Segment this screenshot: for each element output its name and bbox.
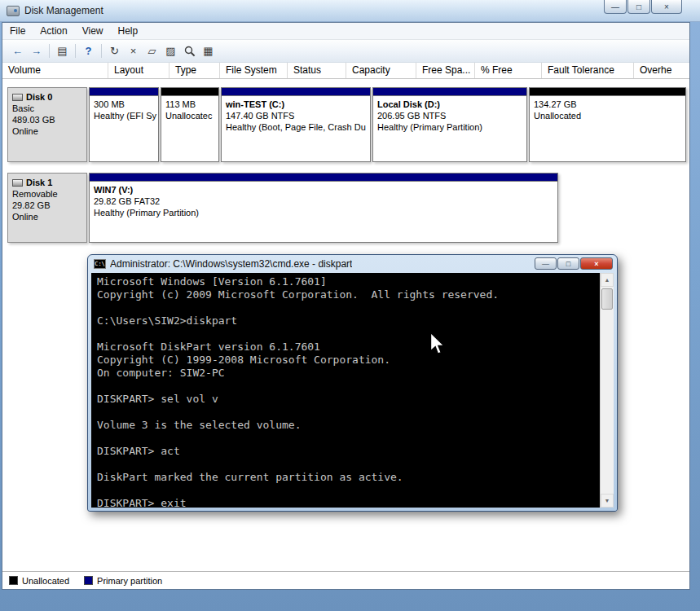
console-line: Volume 3 is the selected volume. <box>97 419 598 432</box>
console-tree-icon[interactable]: ▤ <box>53 43 72 59</box>
cmd-minimize-button[interactable]: — <box>535 257 557 270</box>
menu-action[interactable]: Action <box>33 23 74 39</box>
disk0-name-row: Disk 0 <box>12 91 82 103</box>
console-line <box>97 406 598 419</box>
console-line <box>97 380 598 393</box>
toolbar-separator <box>75 44 76 58</box>
partition-size: 134.27 GB <box>534 99 681 110</box>
disk0-type: Basic <box>12 103 82 114</box>
window-controls: — □ × <box>603 0 682 14</box>
console-area[interactable]: Microsoft Windows [Version 6.1.7601] Cop… <box>91 273 614 508</box>
disk0-status: Online <box>12 125 82 137</box>
legend-unallocated: Unallocated <box>9 576 69 586</box>
console-line <box>97 458 598 471</box>
legend-primary-label: Primary partition <box>97 576 162 586</box>
scroll-up-icon[interactable]: ▲ <box>601 273 614 287</box>
console-output: Microsoft Windows [Version 6.1.7601] Cop… <box>91 273 600 508</box>
disk1-name: Disk 1 <box>26 177 52 188</box>
console-line: On computer: SIW2-PC <box>97 367 598 380</box>
menu-help[interactable]: Help <box>111 23 146 39</box>
partition-color-strip <box>373 88 526 96</box>
column-layout[interactable]: Layout <box>108 63 169 78</box>
column-free-space[interactable]: Free Spa... <box>416 63 475 78</box>
partition-status: Healthy (EFI Sy <box>94 110 154 121</box>
menu-file[interactable]: File <box>2 23 33 39</box>
disk0-info[interactable]: Disk 0 Basic 489.03 GB Online <box>7 87 87 162</box>
zoom-icon[interactable] <box>180 43 199 59</box>
column-volume[interactable]: Volume <box>2 63 108 78</box>
partition-size: 206.95 GB NTFS <box>377 110 522 121</box>
graphical-view: Disk 0 Basic 489.03 GB Online 300 MB Hea… <box>2 79 689 571</box>
disk0-capacity: 489.03 GB <box>12 114 82 125</box>
console-line: Microsoft DiskPart version 6.1.7601 <box>97 341 598 354</box>
unallocated-swatch <box>9 576 18 585</box>
close-button[interactable]: × <box>651 0 682 14</box>
grid-icon[interactable]: ▦ <box>199 43 218 59</box>
legend-primary-partition: Primary partition <box>84 576 162 586</box>
column-capacity[interactable]: Capacity <box>346 63 416 78</box>
column-percent-free[interactable]: % Free <box>475 63 542 78</box>
cmd-maximize-button[interactable]: □ <box>557 257 579 270</box>
partition-size: 113 MB <box>165 99 214 110</box>
scroll-down-icon[interactable]: ▼ <box>601 494 614 508</box>
column-overhead[interactable]: Overhe <box>634 63 689 78</box>
console-line: DISKPART> exit_ <box>97 497 598 508</box>
partition-label: Local Disk (D:) <box>377 99 522 110</box>
disk1-capacity: 29.82 GB <box>12 200 82 211</box>
partition-win-test-c[interactable]: win-TEST (C:) 147.40 GB NTFS Healthy (Bo… <box>221 87 371 162</box>
partition-unallocated-134gb[interactable]: 134.27 GB Unallocated <box>529 87 686 162</box>
toolbar-separator <box>101 44 102 58</box>
console-scrollbar[interactable]: ▲ ▼ <box>600 273 614 508</box>
properties-icon[interactable]: ▨ <box>161 43 180 59</box>
partition-color-strip <box>530 88 685 96</box>
disk1-name-row: Disk 1 <box>12 177 82 188</box>
disk-management-window: File Action View Help ← → ▤ ? ↻ × ▱ ▨ ▦ … <box>2 22 690 590</box>
partition-status: Healthy (Primary Partition) <box>377 121 522 133</box>
disk0-name: Disk 0 <box>26 91 52 103</box>
partition-status: Unallocatec <box>165 110 214 121</box>
partition-size: 147.40 GB NTFS <box>226 110 366 121</box>
cmd-window: C:\ Administrator: C:\Windows\system32\c… <box>87 254 618 512</box>
partition-efi[interactable]: 300 MB Healthy (EFI Sy <box>89 87 159 162</box>
legend-unallocated-label: Unallocated <box>22 576 69 586</box>
cmd-window-controls: — □ × <box>535 257 613 270</box>
maximize-button[interactable]: □ <box>627 0 650 14</box>
minimize-button[interactable]: — <box>604 0 627 14</box>
column-fault-tolerance[interactable]: Fault Tolerance <box>542 63 634 78</box>
menu-view[interactable]: View <box>75 23 111 39</box>
cmd-close-button[interactable]: × <box>580 257 613 270</box>
column-status[interactable]: Status <box>288 63 346 78</box>
column-type[interactable]: Type <box>169 63 220 78</box>
back-icon[interactable]: ← <box>8 43 27 59</box>
help-icon[interactable]: ? <box>79 43 98 59</box>
disk1-info[interactable]: Disk 1 Removable 29.82 GB Online <box>7 173 87 243</box>
console-line <box>97 484 598 497</box>
console-line: DiskPart marked the current partition as… <box>97 471 598 484</box>
partition-win7-v[interactable]: WIN7 (V:) 29.82 GB FAT32 Healthy (Primar… <box>89 173 558 243</box>
console-line: C:\Users\SIW2>diskpart <box>97 314 598 327</box>
disk1-partitions: WIN7 (V:) 29.82 GB FAT32 Healthy (Primar… <box>89 173 558 243</box>
cmd-window-title: Administrator: C:\Windows\system32\cmd.e… <box>110 258 352 270</box>
partition-color-strip <box>90 88 158 96</box>
console-line <box>97 327 598 341</box>
partition-unallocated-113mb[interactable]: 113 MB Unallocatec <box>161 87 219 162</box>
console-line: DISKPART> sel vol v <box>97 393 598 406</box>
partition-size: 29.82 GB FAT32 <box>94 196 553 207</box>
partition-label: WIN7 (V:) <box>94 184 553 196</box>
disk1-type: Removable <box>12 188 82 200</box>
console-line: DISKPART> act <box>97 445 598 458</box>
scrollbar-thumb[interactable] <box>601 288 613 310</box>
forward-icon[interactable]: → <box>27 43 46 59</box>
title-bar[interactable]: Disk Management <box>0 0 700 22</box>
delete-icon[interactable]: × <box>124 43 143 59</box>
partition-local-disk-d[interactable]: Local Disk (D:) 206.95 GB NTFS Healthy (… <box>372 87 527 162</box>
partition-size: 300 MB <box>94 99 154 110</box>
refresh-icon[interactable]: ↻ <box>105 43 124 59</box>
partition-status: Healthy (Boot, Page File, Crash Du <box>226 121 366 133</box>
desktop: Disk Management — □ × File Action View H… <box>0 0 700 611</box>
open-folder-icon[interactable]: ▱ <box>143 43 161 59</box>
cmd-icon: C:\ <box>94 259 106 269</box>
toolbar: ← → ▤ ? ↻ × ▱ ▨ ▦ <box>2 40 689 63</box>
disk-management-icon <box>7 6 20 16</box>
column-file-system[interactable]: File System <box>220 63 288 78</box>
